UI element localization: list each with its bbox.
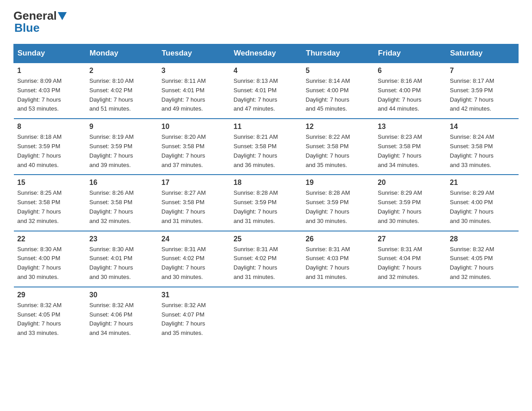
day-info: Sunrise: 8:32 AM Sunset: 4:05 PM Dayligh… — [17, 301, 82, 338]
day-number: 28 — [450, 235, 515, 243]
day-info: Sunrise: 8:23 AM Sunset: 3:58 PM Dayligh… — [378, 133, 443, 170]
day-info: Sunrise: 8:13 AM Sunset: 4:01 PM Dayligh… — [234, 77, 299, 114]
day-info: Sunrise: 8:31 AM Sunset: 4:02 PM Dayligh… — [162, 245, 227, 282]
calendar-cell: 10 Sunrise: 8:20 AM Sunset: 3:58 PM Dayl… — [158, 119, 230, 175]
calendar-cell: 30 Sunrise: 8:32 AM Sunset: 4:06 PM Dayl… — [86, 287, 158, 342]
logo-triangle-icon — [58, 12, 67, 21]
day-number: 3 — [162, 67, 227, 75]
weekday-header-monday: Monday — [86, 44, 158, 63]
calendar-week-row: 8 Sunrise: 8:18 AM Sunset: 3:59 PM Dayli… — [14, 119, 519, 175]
day-info: Sunrise: 8:31 AM Sunset: 4:02 PM Dayligh… — [234, 245, 299, 282]
calendar-cell: 5 Sunrise: 8:14 AM Sunset: 4:00 PM Dayli… — [302, 63, 374, 119]
calendar-cell: 7 Sunrise: 8:17 AM Sunset: 3:59 PM Dayli… — [446, 63, 519, 119]
day-info: Sunrise: 8:27 AM Sunset: 3:58 PM Dayligh… — [162, 188, 227, 226]
calendar-cell: 1 Sunrise: 8:09 AM Sunset: 4:03 PM Dayli… — [14, 63, 86, 119]
day-info: Sunrise: 8:26 AM Sunset: 3:58 PM Dayligh… — [90, 188, 154, 226]
day-number: 1 — [17, 67, 82, 75]
day-number: 15 — [17, 179, 82, 187]
day-number: 7 — [450, 67, 515, 75]
calendar-cell — [302, 287, 374, 342]
calendar-cell: 12 Sunrise: 8:22 AM Sunset: 3:58 PM Dayl… — [302, 119, 374, 175]
day-info: Sunrise: 8:32 AM Sunset: 4:07 PM Dayligh… — [162, 301, 227, 338]
day-info: Sunrise: 8:29 AM Sunset: 4:00 PM Dayligh… — [450, 188, 515, 226]
day-number: 29 — [17, 291, 82, 299]
day-info: Sunrise: 8:09 AM Sunset: 4:03 PM Dayligh… — [17, 77, 82, 114]
day-info: Sunrise: 8:22 AM Sunset: 3:58 PM Dayligh… — [306, 133, 371, 170]
calendar-cell — [446, 287, 519, 342]
day-info: Sunrise: 8:10 AM Sunset: 4:02 PM Dayligh… — [90, 77, 154, 114]
day-number: 6 — [378, 67, 443, 75]
day-number: 26 — [306, 235, 371, 243]
day-info: Sunrise: 8:30 AM Sunset: 4:01 PM Dayligh… — [90, 245, 154, 282]
calendar-week-row: 15 Sunrise: 8:25 AM Sunset: 3:58 PM Dayl… — [14, 175, 519, 231]
day-number: 25 — [234, 235, 299, 243]
day-number: 24 — [162, 235, 227, 243]
day-number: 13 — [378, 123, 443, 131]
day-info: Sunrise: 8:24 AM Sunset: 3:58 PM Dayligh… — [450, 133, 515, 170]
day-info: Sunrise: 8:17 AM Sunset: 3:59 PM Dayligh… — [450, 77, 515, 114]
calendar-week-row: 29 Sunrise: 8:32 AM Sunset: 4:05 PM Dayl… — [14, 287, 519, 342]
calendar-cell: 19 Sunrise: 8:28 AM Sunset: 3:59 PM Dayl… — [302, 175, 374, 231]
day-info: Sunrise: 8:25 AM Sunset: 3:58 PM Dayligh… — [17, 188, 82, 226]
logo-blue-text: Blue — [13, 21, 39, 35]
calendar-cell: 2 Sunrise: 8:10 AM Sunset: 4:02 PM Dayli… — [86, 63, 158, 119]
calendar-cell: 25 Sunrise: 8:31 AM Sunset: 4:02 PM Dayl… — [230, 231, 302, 287]
calendar-cell: 18 Sunrise: 8:28 AM Sunset: 3:59 PM Dayl… — [230, 175, 302, 231]
day-number: 9 — [90, 123, 154, 131]
day-number: 23 — [90, 235, 154, 243]
calendar-cell: 16 Sunrise: 8:26 AM Sunset: 3:58 PM Dayl… — [86, 175, 158, 231]
day-info: Sunrise: 8:14 AM Sunset: 4:00 PM Dayligh… — [306, 77, 371, 114]
calendar-cell — [374, 287, 446, 342]
calendar-cell: 31 Sunrise: 8:32 AM Sunset: 4:07 PM Dayl… — [158, 287, 230, 342]
weekday-header-saturday: Saturday — [446, 44, 519, 63]
day-number: 18 — [234, 179, 299, 187]
calendar-cell: 8 Sunrise: 8:18 AM Sunset: 3:59 PM Dayli… — [14, 119, 86, 175]
calendar-cell: 17 Sunrise: 8:27 AM Sunset: 3:58 PM Dayl… — [158, 175, 230, 231]
calendar-cell: 15 Sunrise: 8:25 AM Sunset: 3:58 PM Dayl… — [14, 175, 86, 231]
weekday-header-row: SundayMondayTuesdayWednesdayThursdayFrid… — [14, 44, 519, 63]
day-number: 19 — [306, 179, 371, 187]
day-info: Sunrise: 8:28 AM Sunset: 3:59 PM Dayligh… — [234, 188, 299, 226]
calendar-cell: 28 Sunrise: 8:32 AM Sunset: 4:05 PM Dayl… — [446, 231, 519, 287]
calendar-cell: 29 Sunrise: 8:32 AM Sunset: 4:05 PM Dayl… — [14, 287, 86, 342]
calendar-cell — [230, 287, 302, 342]
day-info: Sunrise: 8:32 AM Sunset: 4:05 PM Dayligh… — [450, 245, 515, 282]
day-number: 4 — [234, 67, 299, 75]
day-number: 31 — [162, 291, 227, 299]
day-number: 12 — [306, 123, 371, 131]
day-number: 2 — [90, 67, 154, 75]
day-info: Sunrise: 8:20 AM Sunset: 3:58 PM Dayligh… — [162, 133, 227, 170]
day-info: Sunrise: 8:11 AM Sunset: 4:01 PM Dayligh… — [162, 77, 227, 114]
day-info: Sunrise: 8:21 AM Sunset: 3:58 PM Dayligh… — [234, 133, 299, 170]
day-number: 10 — [162, 123, 227, 131]
logo: General Blue — [13, 9, 67, 35]
day-number: 17 — [162, 179, 227, 187]
calendar-cell: 27 Sunrise: 8:31 AM Sunset: 4:04 PM Dayl… — [374, 231, 446, 287]
day-info: Sunrise: 8:18 AM Sunset: 3:59 PM Dayligh… — [17, 133, 82, 170]
calendar-cell: 23 Sunrise: 8:30 AM Sunset: 4:01 PM Dayl… — [86, 231, 158, 287]
weekday-header-wednesday: Wednesday — [230, 44, 302, 63]
weekday-header-sunday: Sunday — [14, 44, 86, 63]
calendar-cell: 9 Sunrise: 8:19 AM Sunset: 3:59 PM Dayli… — [86, 119, 158, 175]
day-number: 5 — [306, 67, 371, 75]
day-number: 11 — [234, 123, 299, 131]
day-number: 20 — [378, 179, 443, 187]
calendar-week-row: 22 Sunrise: 8:30 AM Sunset: 4:00 PM Dayl… — [14, 231, 519, 287]
calendar-week-row: 1 Sunrise: 8:09 AM Sunset: 4:03 PM Dayli… — [14, 63, 519, 119]
svg-marker-0 — [58, 12, 67, 20]
calendar-cell: 14 Sunrise: 8:24 AM Sunset: 3:58 PM Dayl… — [446, 119, 519, 175]
day-info: Sunrise: 8:19 AM Sunset: 3:59 PM Dayligh… — [90, 133, 154, 170]
day-info: Sunrise: 8:31 AM Sunset: 4:04 PM Dayligh… — [378, 245, 443, 282]
day-number: 30 — [90, 291, 154, 299]
calendar-cell: 24 Sunrise: 8:31 AM Sunset: 4:02 PM Dayl… — [158, 231, 230, 287]
calendar-cell: 4 Sunrise: 8:13 AM Sunset: 4:01 PM Dayli… — [230, 63, 302, 119]
day-info: Sunrise: 8:31 AM Sunset: 4:03 PM Dayligh… — [306, 245, 371, 282]
calendar-cell: 13 Sunrise: 8:23 AM Sunset: 3:58 PM Dayl… — [374, 119, 446, 175]
weekday-header-friday: Friday — [374, 44, 446, 63]
calendar-cell: 26 Sunrise: 8:31 AM Sunset: 4:03 PM Dayl… — [302, 231, 374, 287]
day-number: 14 — [450, 123, 515, 131]
calendar-table: SundayMondayTuesdayWednesdayThursdayFrid… — [13, 44, 519, 342]
calendar-cell: 11 Sunrise: 8:21 AM Sunset: 3:58 PM Dayl… — [230, 119, 302, 175]
weekday-header-thursday: Thursday — [302, 44, 374, 63]
calendar-cell: 6 Sunrise: 8:16 AM Sunset: 4:00 PM Dayli… — [374, 63, 446, 119]
